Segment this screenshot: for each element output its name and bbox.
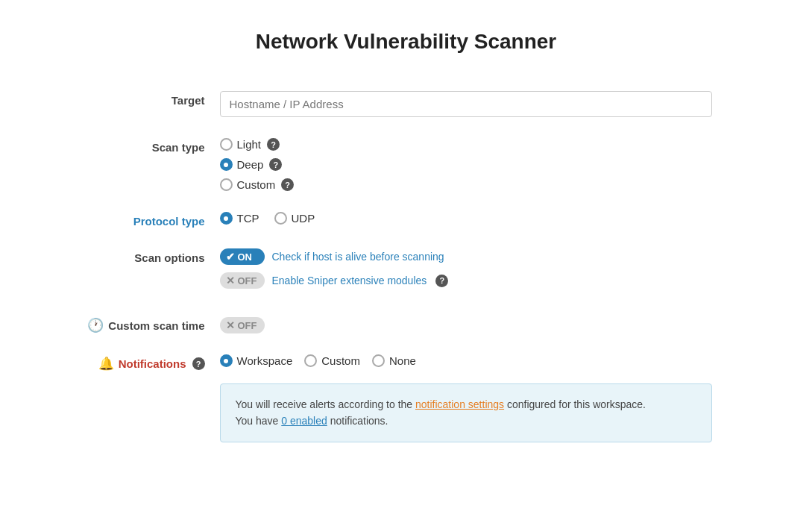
- scan-type-custom-input[interactable]: [220, 178, 233, 191]
- notif-custom-input[interactable]: [304, 354, 317, 367]
- scan-type-row: Scan type Light ? Deep ? Custom ?: [86, 138, 727, 191]
- protocol-type-content: TCP UDP: [220, 212, 727, 225]
- scan-option-check-alive: ✔ ON Check if host is alive before scann…: [220, 248, 727, 265]
- target-content: [220, 91, 727, 117]
- clock-icon: 🕐: [87, 317, 104, 333]
- notif-none-input[interactable]: [372, 354, 385, 367]
- scan-type-content: Light ? Deep ? Custom ?: [220, 138, 727, 191]
- protocol-udp[interactable]: UDP: [274, 212, 315, 225]
- notif-workspace[interactable]: Workspace: [220, 354, 293, 367]
- info-prefix-1: You will receive alerts according to the: [236, 398, 416, 410]
- notifications-help-icon[interactable]: ?: [192, 357, 205, 370]
- scan-type-light-input[interactable]: [220, 138, 233, 151]
- toggle-check-alive-text: ON: [238, 251, 253, 263]
- scan-type-deep[interactable]: Deep ?: [220, 158, 727, 171]
- protocol-tcp[interactable]: TCP: [220, 212, 259, 225]
- target-label: Target: [86, 91, 220, 107]
- scan-type-radio-group: Light ? Deep ? Custom ?: [220, 138, 727, 191]
- notifications-info-box: You will receive alerts according to the…: [220, 383, 712, 442]
- scan-type-light-help-icon[interactable]: ?: [267, 138, 280, 151]
- custom-scan-time-label-group: 🕐 Custom scan time: [86, 317, 220, 333]
- custom-scan-time-label: Custom scan time: [108, 319, 204, 332]
- page-title: Network Vulnerability Scanner: [86, 30, 727, 54]
- notifications-row: 🔔 Notifications ? Workspace Custom None: [86, 354, 727, 372]
- toggle-check-alive[interactable]: ✔ ON: [220, 248, 265, 265]
- protocol-radio-group: TCP UDP: [220, 212, 727, 225]
- protocol-tcp-label: TCP: [237, 212, 259, 225]
- info-prefix-2: You have: [236, 415, 282, 427]
- scan-options-content: ✔ ON Check if host is alive before scann…: [220, 248, 727, 296]
- info-suffix-1: configured for this workspace.: [504, 398, 646, 410]
- toggle-sniper[interactable]: ✕ OFF: [220, 272, 265, 289]
- scan-type-light-label: Light: [237, 138, 262, 151]
- notif-none-label: None: [389, 354, 416, 367]
- scan-type-custom-help-icon[interactable]: ?: [281, 178, 294, 191]
- info-line-2: You have 0 enabled notifications.: [236, 413, 696, 429]
- notif-workspace-input[interactable]: [220, 354, 233, 367]
- toggle-scan-time-text: OFF: [238, 320, 257, 331]
- notif-label-group: 🔔 Notifications ?: [86, 354, 220, 372]
- scan-type-custom[interactable]: Custom ?: [220, 178, 727, 191]
- notifications-content: Workspace Custom None: [220, 354, 727, 367]
- target-row: Target: [86, 91, 727, 117]
- toggle-check-alive-icon: ✔: [226, 251, 235, 263]
- custom-scan-time-row: 🕐 Custom scan time ✕ OFF: [86, 317, 727, 333]
- toggle-custom-scan-time[interactable]: ✕ OFF: [220, 317, 265, 333]
- info-line-1: You will receive alerts according to the…: [236, 396, 696, 413]
- bell-icon: 🔔: [98, 356, 114, 372]
- scan-type-deep-help-icon[interactable]: ?: [269, 158, 282, 171]
- target-input[interactable]: [220, 91, 712, 117]
- protocol-tcp-input[interactable]: [220, 212, 233, 225]
- notification-settings-link[interactable]: notification settings: [415, 398, 504, 410]
- scan-option-sniper: ✕ OFF Enable Sniper extensive modules ?: [220, 272, 727, 289]
- toggle-sniper-icon: ✕: [226, 275, 235, 286]
- sniper-desc: Enable Sniper extensive modules: [272, 275, 427, 286]
- sniper-help-icon[interactable]: ?: [435, 275, 448, 287]
- protocol-type-label: Protocol type: [86, 212, 220, 228]
- custom-scan-time-content: ✕ OFF: [220, 317, 727, 333]
- scan-type-deep-input[interactable]: [220, 158, 233, 171]
- notif-workspace-label: Workspace: [237, 354, 293, 367]
- notif-custom-label: Custom: [321, 354, 360, 367]
- scan-type-light[interactable]: Light ?: [220, 138, 727, 151]
- protocol-type-row: Protocol type TCP UDP: [86, 212, 727, 228]
- notifications-label: Notifications: [119, 357, 186, 370]
- scan-type-custom-label: Custom: [237, 178, 276, 191]
- toggle-sniper-text: OFF: [238, 275, 257, 286]
- scan-type-label: Scan type: [86, 138, 220, 154]
- notifications-options: Workspace Custom None: [220, 354, 727, 367]
- scan-options-label: Scan options: [86, 248, 220, 264]
- check-alive-desc: Check if host is alive before scanning: [272, 251, 444, 263]
- protocol-udp-input[interactable]: [274, 212, 287, 225]
- info-suffix-2: notifications.: [327, 415, 388, 427]
- protocol-udp-label: UDP: [292, 212, 315, 225]
- notif-none[interactable]: None: [372, 354, 416, 367]
- notif-custom[interactable]: Custom: [304, 354, 360, 367]
- toggle-scan-time-icon: ✕: [226, 319, 235, 331]
- scan-options-row: Scan options ✔ ON Check if host is alive…: [86, 248, 727, 296]
- enabled-notifications-link[interactable]: 0 enabled: [281, 415, 327, 427]
- scan-type-deep-label: Deep: [237, 158, 264, 171]
